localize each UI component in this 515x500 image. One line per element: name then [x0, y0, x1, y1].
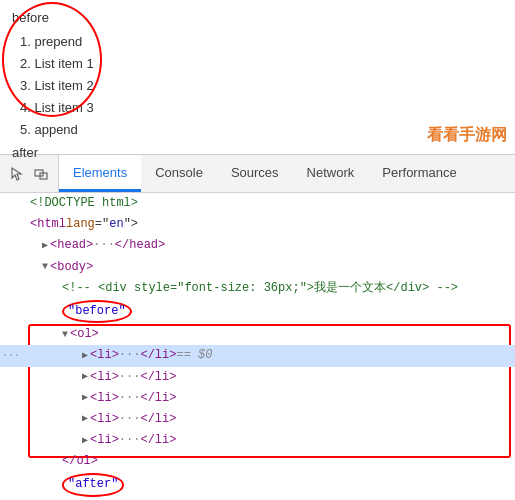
dom-line-li2[interactable]: ▶ <li> ··· </li> [0, 367, 515, 388]
triangle-li1-icon[interactable]: ▶ [82, 348, 88, 364]
dom-panel-wrapper: <!DOCTYPE html> <html lang="en"> ▶ <head… [0, 193, 515, 500]
list-item: 1. prepend [20, 31, 503, 53]
dom-line-comment1[interactable]: <!-- <div style="font-size: 36px;">我是一个文… [0, 278, 515, 299]
dom-line-ol[interactable]: ▼ <ol> [0, 324, 515, 345]
tab-sources[interactable]: Sources [217, 155, 293, 192]
dom-line-li5[interactable]: ▶ <li> ··· </li> [0, 430, 515, 451]
dom-line-li4[interactable]: ▶ <li> ··· </li> [0, 409, 515, 430]
devtools-toolbar: Elements Console Sources Network Perform… [0, 155, 515, 193]
preview-before-label: before [12, 8, 503, 29]
triangle-li5-icon[interactable]: ▶ [82, 433, 88, 449]
after-text-circled: "after" [62, 473, 124, 496]
list-item: 2. List item 1 [20, 53, 503, 75]
tab-performance[interactable]: Performance [368, 155, 470, 192]
triangle-li3-icon[interactable]: ▶ [82, 390, 88, 406]
dots-indicator: ··· [2, 348, 20, 364]
dom-line-li1[interactable]: ··· ▶ <li> ··· </li> == $0 [0, 345, 515, 366]
tab-elements[interactable]: Elements [59, 155, 141, 192]
triangle-ol-icon[interactable]: ▼ [62, 327, 68, 343]
triangle-body-icon[interactable]: ▼ [42, 259, 48, 275]
inspect-icon[interactable] [32, 165, 50, 183]
toolbar-tabs: Elements Console Sources Network Perform… [59, 155, 471, 192]
dom-line-body[interactable]: ▼ <body> [0, 257, 515, 278]
dom-line-before[interactable]: "before" [0, 299, 515, 324]
list-item: 4. List item 3 [20, 97, 503, 119]
triangle-li4-icon[interactable]: ▶ [82, 411, 88, 427]
triangle-icon[interactable]: ▶ [42, 238, 48, 254]
dom-line-head[interactable]: ▶ <head> ··· </head> [0, 235, 515, 256]
dom-line-li3[interactable]: ▶ <li> ··· </li> [0, 388, 515, 409]
watermark: 看看手游网 [427, 125, 507, 146]
tab-console[interactable]: Console [141, 155, 217, 192]
cursor-icon[interactable] [8, 165, 26, 183]
dom-line-ol-close[interactable]: </ol> [0, 451, 515, 472]
dom-line-html[interactable]: <html lang="en"> [0, 214, 515, 235]
preview-area: before 1. prepend 2. List item 1 3. List… [0, 0, 515, 155]
dom-line-doctype[interactable]: <!DOCTYPE html> [0, 193, 515, 214]
dom-line-after[interactable]: "after" [0, 472, 515, 497]
triangle-li2-icon[interactable]: ▶ [82, 369, 88, 385]
before-text-circled: "before" [62, 300, 132, 323]
dom-panel[interactable]: <!DOCTYPE html> <html lang="en"> ▶ <head… [0, 193, 515, 500]
list-item: 3. List item 2 [20, 75, 503, 97]
tab-network[interactable]: Network [293, 155, 369, 192]
